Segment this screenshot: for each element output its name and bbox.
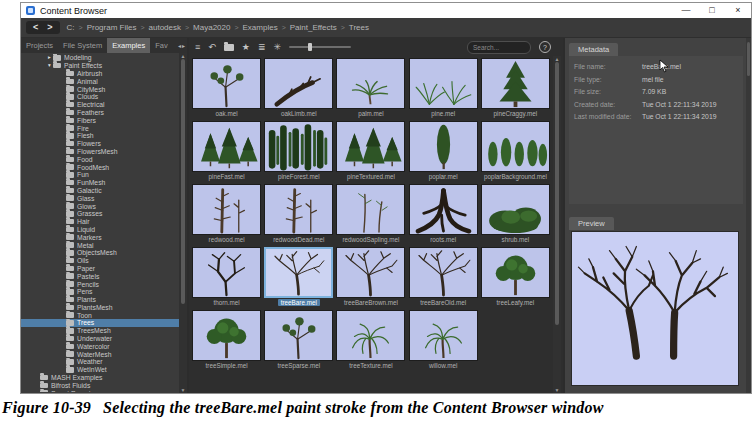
minimize-button[interactable]: — [673,3,699,18]
grid-scrollbar[interactable]: ▲ ▼ [553,56,561,393]
tree-item-pencils[interactable]: Pencils [21,280,179,288]
tree-item-underwater[interactable]: Underwater [21,335,179,343]
tree-item-fibers[interactable]: Fibers [21,116,179,124]
preview-tab[interactable]: Preview [569,217,614,230]
maximize-button[interactable]: □ [699,3,725,18]
tab-scroll-right-icon[interactable]: ▸ [182,42,185,49]
tree-item-metal[interactable]: Metal [21,241,179,249]
list-view-icon[interactable]: ≡ [195,43,200,52]
grid-item-pineFast-mel[interactable]: pineFast.mel [192,121,261,180]
tree-item-food[interactable]: Food [21,155,179,163]
sidebar-scrollbar[interactable]: ▲ ▼ [179,53,187,393]
grid-item-treeSimple-mel[interactable]: treeSimple.mel [192,310,261,369]
tree-item-citymesh[interactable]: CityMesh [21,85,179,93]
sidebar-tab-fav[interactable]: Fav [150,38,173,53]
grid-item-palm-mel[interactable]: palm.mel [336,58,405,117]
tree-item-watercolor[interactable]: Watercolor [21,342,179,350]
tree-item-mash-examples[interactable]: MASH Examples [21,374,179,382]
grid-item-treeSparse-mel[interactable]: treeSparse.mel [264,310,333,369]
collapsed-arrow-icon[interactable]: ▸ [46,54,53,61]
view-options-icon[interactable]: ≣ [258,43,266,52]
tree-item-pens[interactable]: Pens [21,288,179,296]
breadcrumb-segment[interactable]: C: [67,23,75,32]
grid-item-treeBare-mel[interactable]: treeBare.mel [264,247,333,306]
tree-item-hair[interactable]: Hair [21,218,179,226]
tree-item-funmesh[interactable]: FunMesh [21,179,179,187]
tree-item-airbrush[interactable]: Airbrush [21,70,179,78]
grid-item-treeBareOld-mel[interactable]: treeBareOld.mel [409,247,478,306]
tree-item-watermesh[interactable]: WaterMesh [21,350,179,358]
search-input[interactable]: Search... [467,41,531,54]
tree-item-plantsmesh[interactable]: PlantsMesh [21,304,179,312]
forward-button[interactable]: > [47,22,52,33]
tree-item-glows[interactable]: Glows [21,202,179,210]
slider-knob[interactable] [308,43,312,51]
grid-item-poplar-mel[interactable]: poplar.mel [409,121,478,180]
tree-item-foodmesh[interactable]: FoodMesh [21,163,179,171]
tree-item-weather[interactable]: Weather [21,358,179,366]
help-icon[interactable]: ? [539,41,551,53]
breadcrumb-segment[interactable]: Examples [243,23,278,32]
breadcrumb-segment[interactable]: Maya2020 [193,23,230,32]
grid-item-treeLeafy-mel[interactable]: treeLeafy.mel [481,247,550,306]
grid-item-willow-mel[interactable]: willow.mel [409,310,478,369]
grid-item-redwood-mel[interactable]: redwood.mel [192,184,261,243]
grid-item-poplarBackground-mel[interactable]: poplarBackground.mel [481,121,550,180]
tree-item-wetinwet[interactable]: WetInWet [21,366,179,374]
tree-item-galactic[interactable]: Galactic [21,187,179,195]
tree-item-modeling[interactable]: ▸Modeling [21,54,179,62]
collapsed-arrow-icon[interactable]: ▸ [33,390,40,392]
tree-item-trees[interactable]: Trees [21,319,179,327]
tree-item-bifrost-fluids[interactable]: Bifrost Fluids [21,381,179,389]
grid-scrollbar-thumb[interactable] [555,62,559,325]
tree-item-fun[interactable]: Fun [21,171,179,179]
grid-item-oak-mel[interactable]: oak.mel [192,58,261,117]
grid-item-oakLimb-mel[interactable]: oakLimb.mel [264,58,333,117]
tree-item-animal[interactable]: Animal [21,77,179,85]
tree-item-fire[interactable]: Fire [21,124,179,132]
tree-item-paper[interactable]: Paper [21,265,179,273]
tree-item-grasses[interactable]: Grasses [21,210,179,218]
tree-item-toon[interactable]: Toon [21,311,179,319]
favorite-icon[interactable]: ★ [242,43,250,52]
grid-item-thorn-mel[interactable]: thorn.mel [192,247,261,306]
settings-gear-icon[interactable]: ✳ [273,43,281,52]
breadcrumb[interactable]: C:>Program Files>autodesk>Maya2020>Examp… [67,23,369,32]
tab-scroll-left-icon[interactable]: ◂ [178,42,181,49]
breadcrumb-segment[interactable]: Paint_Effects [290,23,337,32]
info-panel-scrollbar[interactable] [746,38,751,393]
scroll-down-icon[interactable]: ▼ [181,387,186,393]
grid-item-pineCraggy-mel[interactable]: pineCraggy.mel [481,58,550,117]
tree-item-liquid[interactable]: Liquid [21,226,179,234]
back-button[interactable]: < [33,22,38,33]
grid-item-roots-mel[interactable]: roots.mel [409,184,478,243]
grid-item-treeBareBrown-mel[interactable]: treeBareBrown.mel [336,247,405,306]
tree-item-smart-presets[interactable]: ▸Smart Presets [21,389,179,392]
new-folder-icon[interactable] [224,44,234,51]
tree-item-plants[interactable]: Plants [21,296,179,304]
grid-item-redwoodSapling-mel[interactable]: redwoodSapling.mel [336,184,405,243]
tree-item-glass[interactable]: Glass [21,194,179,202]
tree-item-flowersmesh[interactable]: FlowersMesh [21,148,179,156]
grid-item-pine-mel[interactable]: pine.mel [409,58,478,117]
tree-item-feathers[interactable]: Feathers [21,109,179,117]
metadata-tab[interactable]: Metadata [569,43,618,56]
tree-item-objectsmesh[interactable]: ObjectsMesh [21,249,179,257]
breadcrumb-segment[interactable]: Trees [349,23,369,32]
back-arrow-icon[interactable]: ↶ [208,43,216,52]
grid-item-shrub-mel[interactable]: shrub.mel [481,184,550,243]
grid-item-pineForest-mel[interactable]: pineForest.mel [264,121,333,180]
breadcrumb-segment[interactable]: Program Files [87,23,137,32]
tree-item-pastels[interactable]: Pastels [21,272,179,280]
sidebar-tab-file-system[interactable]: File System [58,38,107,53]
tree-item-oils[interactable]: Oils [21,257,179,265]
thumbnail-size-slider[interactable] [289,46,351,48]
close-button[interactable]: × [725,3,751,18]
tree-item-clouds[interactable]: Clouds [21,93,179,101]
sidebar-tab-projects[interactable]: Projects [21,38,58,53]
tree-item-markers[interactable]: Markers [21,233,179,241]
tree-item-flesh[interactable]: Flesh [21,132,179,140]
breadcrumb-segment[interactable]: autodesk [149,23,181,32]
grid-item-pineTextured-mel[interactable]: pineTextured.mel [336,121,405,180]
sidebar-tab-examples[interactable]: Examples [107,38,150,53]
